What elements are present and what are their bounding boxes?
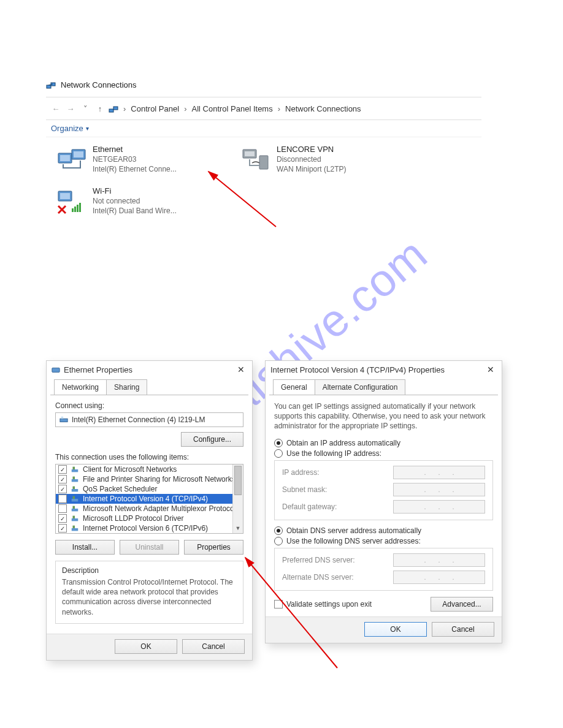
adapter-field: Intel(R) Ethernet Connection (4) I219-LM (55, 412, 243, 427)
svg-rect-0 (47, 85, 51, 88)
alternate-dns-label: Alternate DNS server: (282, 573, 383, 582)
scroll-down-icon[interactable]: ▼ (233, 523, 243, 533)
ipv4-properties-dialog: Internet Protocol Version 4 (TCP/IPv4) P… (265, 360, 502, 643)
checkbox-icon[interactable] (58, 504, 67, 513)
protocol-row[interactable]: Internet Protocol Version 4 (TCP/IPv4) (56, 494, 233, 504)
connection-ethernet[interactable]: Ethernet NETGEAR03 Intel(R) Ethernet Con… (57, 145, 223, 174)
svg-rect-22 (61, 417, 64, 419)
radio-use-ip[interactable]: Use the following IP address: (274, 449, 493, 458)
svg-rect-10 (259, 156, 268, 169)
svg-rect-7 (74, 151, 83, 157)
dns-fieldset: Preferred DNS server: ... Alternate DNS … (274, 548, 493, 591)
connection-name: LENCORE VPN (277, 145, 347, 154)
checkbox-icon[interactable] (58, 485, 67, 493)
protocol-icon (71, 524, 79, 533)
window-titlebar: Network Connections (46, 78, 481, 94)
svg-rect-14 (74, 207, 76, 212)
ethernet-icon (57, 145, 86, 174)
connection-device: Intel(R) Ethernet Conne... (93, 165, 177, 173)
ethernet-properties-dialog: Ethernet Properties ✕ Networking Sharing… (46, 360, 253, 661)
close-button[interactable]: ✕ (484, 365, 497, 374)
svg-rect-25 (72, 479, 79, 482)
path-icon (109, 104, 118, 113)
protocol-icon (71, 475, 79, 483)
checkbox-icon (274, 600, 283, 609)
explorer-toolbar: Organize ▾ (46, 120, 481, 137)
radio-use-dns[interactable]: Use the following DNS server addresses: (274, 537, 493, 545)
connection-wifi[interactable]: Wi-Fi Not connected Intel(R) Dual Band W… (57, 186, 223, 216)
checkbox-icon[interactable] (58, 514, 67, 523)
protocol-icon (71, 504, 79, 513)
ok-button[interactable]: OK (364, 622, 427, 637)
tab-alternate-configuration[interactable]: Alternate Configuration (315, 379, 406, 395)
subnet-mask-label: Subnet mask: (282, 485, 383, 494)
svg-rect-36 (73, 526, 75, 528)
protocol-row[interactable]: Client for Microsoft Networks (56, 464, 233, 474)
breadcrumb-item[interactable]: Network Connections (285, 104, 361, 113)
dialog-title: Internet Protocol Version 4 (TCP/IPv4) P… (270, 365, 445, 374)
connections-area: Ethernet NETGEAR03 Intel(R) Ethernet Con… (46, 137, 481, 223)
ok-button[interactable]: OK (115, 639, 177, 654)
network-icon (46, 80, 56, 89)
description-group: Description Transmission Control Protoco… (55, 561, 243, 624)
dialog-titlebar: Internet Protocol Version 4 (TCP/IPv4) P… (266, 361, 502, 379)
nav-back-icon[interactable]: ← (50, 104, 62, 113)
ip-address-label: IP address: (282, 468, 383, 477)
tab-strip: Networking Sharing (50, 379, 248, 395)
connection-device: WAN Miniport (L2TP) (277, 165, 347, 173)
cancel-button[interactable]: Cancel (182, 639, 245, 654)
install-button[interactable]: Install... (55, 540, 115, 555)
protocol-icon (71, 514, 79, 523)
connection-status: NETGEAR03 (93, 155, 177, 164)
protocol-label: Microsoft LLDP Protocol Driver (83, 514, 184, 523)
organize-menu[interactable]: Organize ▾ (51, 124, 89, 133)
checkbox-icon[interactable] (58, 465, 67, 474)
radio-obtain-ip[interactable]: Obtain an IP address automatically (274, 439, 493, 447)
nav-history-icon[interactable]: ˅ (79, 104, 91, 113)
tab-general[interactable]: General (273, 379, 315, 395)
svg-rect-26 (73, 477, 75, 479)
radio-obtain-dns[interactable]: Obtain DNS server address automatically (274, 526, 493, 535)
checkbox-icon[interactable] (58, 475, 67, 483)
validate-checkbox[interactable]: Validate settings upon exit (274, 600, 372, 609)
protocol-row[interactable]: Microsoft Network Adapter Multiplexor Pr… (56, 504, 233, 514)
close-button[interactable]: ✕ (235, 365, 247, 374)
wifi-icon (57, 186, 86, 216)
connection-name: Ethernet (93, 145, 177, 154)
uninstall-button[interactable]: Uninstall (120, 540, 179, 555)
breadcrumb-item[interactable]: Control Panel (131, 104, 179, 113)
tab-networking[interactable]: Networking (54, 379, 107, 395)
svg-rect-21 (60, 419, 67, 422)
protocol-icon (71, 495, 79, 503)
default-gateway-label: Default gateway: (282, 502, 383, 511)
advanced-button[interactable]: Advanced... (431, 597, 493, 612)
chevron-down-icon: ▾ (86, 125, 89, 132)
svg-rect-5 (60, 155, 70, 161)
network-connections-window: Network Connections ← → ˅ ↑ › Control Pa… (46, 78, 481, 223)
checkbox-icon[interactable] (58, 495, 67, 503)
svg-rect-20 (52, 368, 59, 372)
tab-sharing[interactable]: Sharing (106, 379, 147, 395)
radio-icon (274, 439, 283, 447)
dialog-button-row: OK Cancel (47, 634, 252, 660)
protocol-list[interactable]: ▲ ▼ Client for Microsoft NetworksFile an… (55, 464, 243, 534)
protocol-row[interactable]: Microsoft LLDP Protocol Driver (56, 514, 233, 523)
scrollbar[interactable]: ▲ ▼ (232, 464, 243, 533)
protocol-row[interactable]: QoS Packet Scheduler (56, 484, 233, 494)
protocol-row[interactable]: File and Printer Sharing for Microsoft N… (56, 474, 233, 484)
properties-button[interactable]: Properties (184, 540, 243, 555)
radio-label: Use the following DNS server addresses: (286, 537, 421, 545)
scroll-thumb[interactable] (234, 466, 242, 495)
nav-up-icon[interactable]: ↑ (94, 104, 106, 113)
connection-lencore-vpn[interactable]: LENCORE VPN Disconnected WAN Miniport (L… (241, 145, 407, 174)
configure-button[interactable]: Configure... (181, 432, 243, 447)
description-text: Transmission Control Protocol/Internet P… (62, 577, 237, 617)
radio-icon (274, 449, 283, 458)
breadcrumb-item[interactable]: All Control Panel Items (191, 104, 272, 113)
ip-address-input: ... (393, 466, 485, 479)
breadcrumb-sep-icon: › (275, 104, 283, 113)
checkbox-icon[interactable] (58, 524, 67, 533)
nav-forward-icon[interactable]: → (64, 104, 77, 113)
protocol-row[interactable]: Internet Protocol Version 6 (TCP/IPv6) (56, 523, 233, 533)
cancel-button[interactable]: Cancel (432, 622, 494, 637)
